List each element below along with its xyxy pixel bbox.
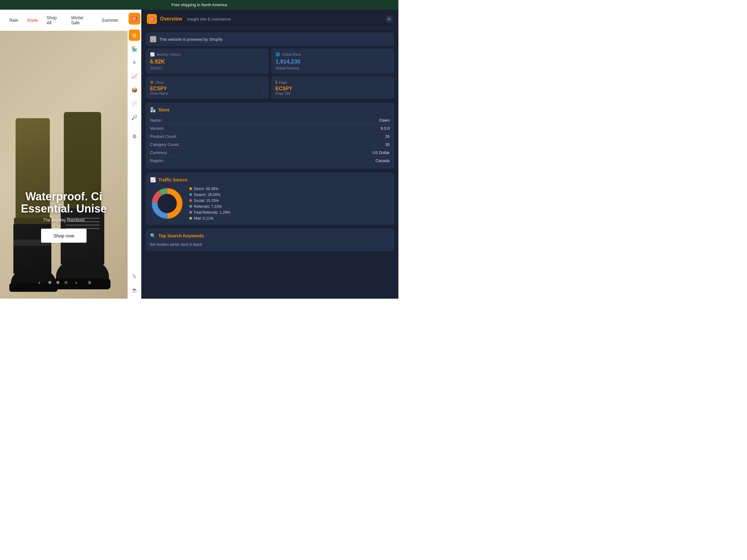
sidebar-item-package[interactable]: 📦 [129,84,140,96]
traffic-arrow[interactable]: › [388,177,390,182]
svg-point-6 [158,194,177,213]
panel-header: 🎯 Overview Insight into E-commerce ✕ [141,10,398,29]
panel-title: Overview [160,16,182,22]
nav-item-winter-sale[interactable]: Winter Sale [71,15,93,25]
boots-image [0,31,128,299]
page-card-icon: ℹ [276,80,277,85]
detail-row: Version:9.0.0 [150,125,390,133]
store-section-arrow[interactable]: › [388,107,390,112]
store-section-title: 🏪 Store [150,107,170,113]
visitors-label: 📈 Monthly Visitors [150,52,264,57]
panel-logo-symbol: 🎯 [149,17,155,22]
sidebar-item-twitter[interactable]: 𝕏 [129,271,140,282]
carousel-pause-button[interactable]: ⏸ [87,280,92,285]
nav-item-snow[interactable]: Snow [27,18,38,23]
hero-subtitle: The Anyday Rainboot [6,217,121,222]
sidebar-item-coffee[interactable]: ☕ [129,284,140,296]
legend-dot [189,211,192,214]
settings-icon: ⚙ [132,133,137,139]
carousel-dot-3[interactable] [65,281,68,284]
traffic-header: 📈 Traffic Source › [150,177,390,183]
rank-value: 1,914,230 [276,58,388,65]
traffic-icon: 📈 [150,177,156,183]
shop-now-button[interactable]: Shop now [41,229,87,243]
page-value-row: ECSPY Page Title › [276,86,390,95]
store-label: Store [156,81,164,84]
carousel-next-arrow[interactable]: › [73,279,80,286]
sidebar-item-store[interactable]: 🏪 [129,43,140,54]
visitors-value: 6.92K [150,58,263,65]
visitors-arrow: › [263,58,264,63]
chart-icon: 📈 [131,74,137,79]
list-icon: ≡ [133,60,136,65]
sidebar-item-settings[interactable]: ⚙ [129,131,140,142]
traffic-content: Direct: 49.39%Search: 26.66%Social: 15.3… [150,186,390,220]
rank-content: 1,914,230 Global Ranking [276,58,388,70]
store-card[interactable]: ⚙ Store ECSPY Store Name › [146,76,268,99]
document-icon: 📄 [131,101,137,107]
store-value: ECSPY [150,86,169,91]
hero-section: Waterproof. Ci Essential. Unise The Anyd… [0,31,128,299]
twitter-icon: 𝕏 [132,273,136,279]
main-layout: Rain Snow Shop All Winter Sale Summer [0,10,398,299]
sidebar-item-overview[interactable]: ⊞ [129,30,140,41]
detail-row: Name:Dawn [150,116,390,125]
stats-grid: 📈 Monthly Visitors 6.92K 2024/11 › 🌐 Glo… [146,49,394,74]
page-card[interactable]: ℹ Page ECSPY Page Title › [271,76,394,99]
carousel-dot-2[interactable] [56,281,59,284]
sidebar-item-chart[interactable]: 📈 [129,71,140,82]
rank-card-inner: 1,914,230 Global Ranking › [276,58,390,70]
store-content: ECSPY Store Name [150,86,169,95]
panel-close-button[interactable]: ✕ [385,15,393,23]
detail-row: Currency:US Dollar [150,149,390,157]
package-icon: 📦 [131,87,137,93]
store-value-row: ECSPY Store Name › [150,86,264,95]
sidebar-icon-strip: 🎯 ⊞ 🏪 ≡ 📈 📦 📄 🔎 ⚙ 𝕏 [128,10,141,299]
legend-item: Direct: 49.39% [189,187,390,191]
store-sub: Store Name [150,91,169,95]
keywords-header: 🔍 Top Search Keywords [150,233,390,239]
panel-subtitle: Insight into E-commerce [187,17,231,22]
sidebar-item-search-img[interactable]: 🔎 [129,112,140,123]
keywords-title: 🔍 Top Search Keywords [150,233,204,239]
carousel-dot-1[interactable] [48,281,51,284]
detail-row: Product Count:26 [150,133,390,141]
trend-up-icon: 📈 [150,52,155,57]
shopify-notice: 🔒 This website is powered by Shopify [146,32,394,46]
traffic-title: 📈 Traffic Source [150,177,187,183]
global-rank-card[interactable]: 🌐 Global Rank 1,914,230 Global Ranking › [271,49,394,74]
nav-item-summer[interactable]: Summer [102,18,118,23]
legend-dot [189,205,192,208]
first-keyword: the modern winter boot in black [150,242,390,247]
donut-chart [150,186,184,220]
store-section-icon: 🏪 [150,107,156,113]
nav-item-rain[interactable]: Rain [9,18,18,23]
sidebar-item-document[interactable]: 📄 [129,98,140,109]
traffic-section: 📈 Traffic Source › [146,173,394,225]
visitors-content: 6.92K 2024/11 [150,58,263,70]
website-area: Rain Snow Shop All Winter Sale Summer [0,10,128,299]
sidebar-item-list[interactable]: ≡ [129,57,140,68]
shopify-notice-text: This website is powered by Shopify [159,37,223,42]
monthly-visitors-card[interactable]: 📈 Monthly Visitors 6.92K 2024/11 › [146,49,268,74]
visitors-date: 2024/11 [150,66,263,70]
page-value: ECSPY [276,86,292,91]
page-sub: Page Title [276,91,292,95]
shopify-icon: 🔒 [150,36,156,42]
store-card-header: ⚙ Store [150,80,264,85]
store-card-icon: ⚙ [150,80,154,85]
brand-logo-icon[interactable]: 🎯 [129,13,140,25]
store-page-grid: ⚙ Store ECSPY Store Name › ℹ Page [146,76,394,99]
sidebar-divider [129,127,139,127]
legend-item: Search: 26.66% [189,193,390,197]
coffee-icon: ☕ [131,287,137,293]
detail-row: Category Count:30 [150,141,390,149]
rank-label: 🌐 Global Rank [276,52,390,57]
legend-dot [189,187,192,190]
carousel-prev-arrow[interactable]: ‹ [36,279,43,286]
globe-icon: 🌐 [276,52,280,57]
nav-item-shop-all[interactable]: Shop All [47,15,62,25]
rank-arrow: › [388,58,390,63]
image-search-icon: 🔎 [131,114,137,121]
legend-dot [189,199,192,202]
